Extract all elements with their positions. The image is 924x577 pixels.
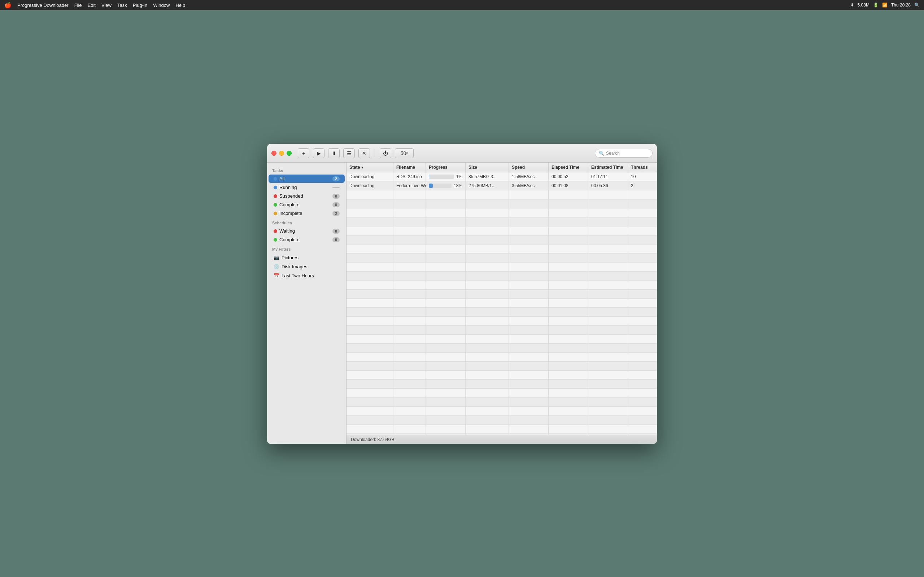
empty-table-row [347, 344, 657, 353]
empty-cell [426, 398, 465, 406]
empty-cell [426, 416, 465, 424]
titlebar: + ▶ ⏸ ☰ ✕ ⏻ 50 ▾ 🔍 Search [267, 144, 657, 163]
empty-cell [426, 272, 465, 280]
sidebar-item-suspended[interactable]: Suspended 0 [268, 192, 345, 200]
search-bar[interactable]: 🔍 Search [595, 149, 653, 158]
row2-state: Downloading [347, 181, 393, 190]
empty-cell [465, 253, 509, 262]
sidebar-item-complete-tasks[interactable]: Complete 0 [268, 200, 345, 209]
menubar-help[interactable]: Help [175, 3, 185, 8]
empty-cell [393, 235, 426, 244]
empty-cell [549, 263, 588, 271]
row1-progress: 1% [426, 172, 465, 181]
sidebar-item-incomplete[interactable]: Incomplete 2 [268, 209, 345, 218]
menubar-file[interactable]: File [74, 3, 82, 8]
empty-cell [347, 218, 393, 226]
wifi-icon: 📶 [882, 3, 888, 8]
battery-icon: 🔋 [873, 3, 879, 8]
minimize-button[interactable] [279, 151, 284, 156]
maximize-button[interactable] [287, 151, 292, 156]
sidebar-item-pictures[interactable]: 📷 Pictures [268, 253, 345, 262]
col-speed[interactable]: Speed [509, 163, 549, 172]
empty-cell [393, 253, 426, 262]
empty-cell [509, 226, 549, 235]
close-download-button[interactable]: ✕ [359, 148, 370, 158]
apple-menu[interactable]: 🍎 [4, 2, 11, 9]
empty-cell [426, 371, 465, 379]
empty-cell [509, 200, 549, 208]
empty-table-row [347, 389, 657, 398]
col-filename[interactable]: Filename [393, 163, 426, 172]
menubar-plugin[interactable]: Plug-in [133, 3, 147, 8]
table-row[interactable]: Downloading Fedora-Live-Workstation-x86_… [347, 181, 657, 190]
empty-cell [347, 425, 393, 434]
play-button[interactable]: ▶ [313, 148, 325, 158]
col-estimated[interactable]: Estimated Time [588, 163, 628, 172]
incomplete-badge: 2 [333, 211, 340, 216]
close-button[interactable] [271, 151, 276, 156]
col-size[interactable]: Size [465, 163, 509, 172]
empty-cell [393, 272, 426, 280]
sidebar-item-last-two-hours[interactable]: 📅 Last Two Hours [268, 271, 345, 280]
empty-cell [347, 263, 393, 271]
menubar-task[interactable]: Task [117, 3, 127, 8]
row2-progress-label: 18% [454, 183, 462, 188]
table-row[interactable]: Downloading RDS_249.iso 1% 85.57MB/7.3..… [347, 172, 657, 181]
empty-cell [588, 416, 628, 424]
empty-cell [549, 326, 588, 334]
list-icon: ☰ [347, 150, 352, 156]
empty-cell [465, 398, 509, 406]
empty-cell [509, 272, 549, 280]
empty-cell [426, 335, 465, 343]
empty-cell [426, 380, 465, 388]
empty-cell [549, 272, 588, 280]
menubar-app-name[interactable]: Progressive Downloader [17, 3, 69, 8]
col-threads[interactable]: Threads [628, 163, 657, 172]
empty-cell [347, 326, 393, 334]
sidebar-item-disk-images[interactable]: 💿 Disk Images [268, 262, 345, 271]
menubar-edit[interactable]: Edit [88, 3, 96, 8]
search-icon[interactable]: 🔍 [914, 3, 920, 8]
col-state[interactable]: State ▾ [347, 163, 393, 172]
sidebar-item-waiting[interactable]: Waiting 0 [268, 227, 345, 235]
empty-cell [628, 380, 657, 388]
list-button[interactable]: ☰ [343, 148, 355, 158]
pause-button[interactable]: ⏸ [328, 148, 340, 158]
row2-speed: 3.55MB/sec [509, 181, 549, 190]
row2-estimated: 00:05:36 [588, 181, 628, 190]
sidebar-item-all[interactable]: All 2 [268, 174, 345, 183]
empty-cell [393, 298, 426, 307]
speed-dropdown[interactable]: 50 ▾ [395, 148, 414, 158]
empty-cell [588, 235, 628, 244]
empty-table-row [347, 253, 657, 263]
power-button[interactable]: ⏻ [380, 148, 391, 158]
all-badge: 2 [333, 176, 340, 181]
empty-cell [465, 298, 509, 307]
empty-cell [426, 362, 465, 371]
menubar-view[interactable]: View [102, 3, 111, 8]
complete-schedules-badge: 0 [333, 237, 340, 242]
empty-cell [426, 326, 465, 334]
menubar-window[interactable]: Window [153, 3, 170, 8]
empty-cell [426, 344, 465, 352]
sidebar-last-two-hours-label: Last Two Hours [281, 273, 340, 279]
add-button[interactable]: + [298, 148, 309, 158]
sidebar-item-running[interactable]: Running [268, 183, 345, 192]
empty-table-row [347, 290, 657, 298]
empty-cell [628, 416, 657, 424]
empty-cell [347, 380, 393, 388]
table-header: State ▾ Filename Progress Size Speed Ela… [347, 163, 657, 172]
empty-cell [549, 253, 588, 262]
empty-cell [509, 218, 549, 226]
sidebar-item-complete-schedules[interactable]: Complete 0 [268, 235, 345, 244]
empty-cell [628, 200, 657, 208]
sidebar-all-label: All [279, 176, 330, 181]
col-elapsed[interactable]: Elapsed Time [549, 163, 588, 172]
row1-size: 85.57MB/7.3... [465, 172, 509, 181]
empty-cell [509, 190, 549, 199]
empty-cell [628, 280, 657, 289]
empty-cell [393, 245, 426, 253]
empty-cell [465, 218, 509, 226]
empty-table-row [347, 380, 657, 389]
col-progress[interactable]: Progress [426, 163, 465, 172]
